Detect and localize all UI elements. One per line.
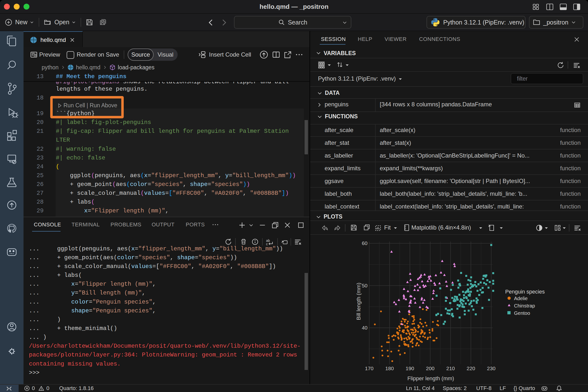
svg-text:Chinstrap: Chinstrap	[514, 303, 535, 308]
svg-text:60: 60	[362, 240, 368, 246]
svg-text:230: 230	[487, 366, 496, 371]
svg-text:Flipper length (mm): Flipper length (mm)	[408, 375, 454, 382]
svg-text:Gentoo: Gentoo	[514, 310, 530, 316]
svg-text:Bill length (mm): Bill length (mm)	[356, 283, 362, 320]
svg-text:Adelie: Adelie	[514, 296, 528, 301]
svg-text:Penguin species: Penguin species	[505, 288, 545, 295]
svg-text:220: 220	[466, 366, 475, 371]
svg-text:190: 190	[406, 366, 414, 371]
svg-text:200: 200	[426, 366, 434, 371]
svg-text:210: 210	[446, 366, 455, 371]
svg-text:50: 50	[362, 283, 368, 288]
svg-text:170: 170	[365, 366, 374, 371]
svg-text:180: 180	[385, 366, 394, 371]
svg-text:40: 40	[362, 325, 368, 330]
